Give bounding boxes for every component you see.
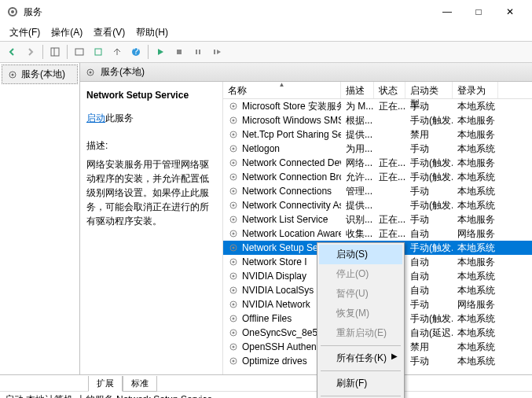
- cell-startup: 自动(延迟...: [405, 326, 453, 341]
- start-link[interactable]: 启动: [86, 112, 105, 123]
- svg-point-15: [90, 71, 92, 73]
- gear-icon: [228, 200, 239, 211]
- back-button[interactable]: [3, 43, 20, 61]
- ctx-refresh[interactable]: 刷新(F): [319, 374, 402, 393]
- cell-desc: 网络...: [341, 156, 374, 171]
- cell-name: Netlogon: [242, 143, 280, 154]
- svg-rect-8: [177, 50, 182, 54]
- description-text: 网络安装服务用于管理网络驱动程序的安装，并允许配置低级别网络设置。如果停止此服务…: [86, 157, 216, 228]
- cell-desc: 提供...: [341, 127, 374, 142]
- svg-point-27: [233, 176, 235, 179]
- refresh-button[interactable]: [90, 43, 107, 61]
- cell-status: 正在...: [374, 212, 405, 227]
- close-button[interactable]: ✕: [494, 0, 526, 24]
- maximize-button[interactable]: □: [463, 0, 494, 24]
- stop-service-button[interactable]: [171, 43, 188, 61]
- cell-logon: 本地系统: [453, 184, 498, 199]
- svg-rect-10: [199, 50, 200, 54]
- tab-standard[interactable]: 标准: [123, 376, 157, 392]
- menu-view[interactable]: 查看(V): [89, 24, 130, 41]
- svg-rect-4: [75, 49, 83, 55]
- forward-button[interactable]: [22, 43, 39, 61]
- table-row[interactable]: Microsoft Store 安装服务为 M...正在...手动本地系统: [223, 99, 532, 113]
- cell-name: Optimize drives: [242, 356, 307, 367]
- svg-point-53: [233, 360, 235, 363]
- svg-rect-2: [51, 48, 59, 56]
- cell-startup: 手动: [405, 184, 453, 199]
- col-name[interactable]: 名称▲: [223, 82, 341, 98]
- table-row[interactable]: Microsoft Windows SMS ...根据...手动(触发...本地…: [223, 113, 532, 127]
- cell-status: [374, 120, 405, 121]
- cell-desc: 提供...: [341, 198, 374, 213]
- cell-startup: 手动(触发...: [405, 170, 453, 185]
- svg-point-19: [233, 120, 235, 122]
- svg-point-33: [233, 219, 235, 221]
- tabs: 扩展 标准: [0, 374, 532, 391]
- table-row[interactable]: Network Location Aware...收集...正在...自动网络服…: [223, 227, 532, 241]
- cell-logon: 本地服务: [453, 212, 498, 227]
- start-service-button[interactable]: [152, 43, 169, 61]
- show-hide-button[interactable]: [46, 43, 64, 61]
- cell-logon: 本地服务: [453, 127, 498, 142]
- cell-desc: 识别...: [341, 212, 374, 227]
- titlebar: 服务 — □ ✕: [0, 0, 532, 24]
- menu-help[interactable]: 帮助(H): [131, 24, 173, 41]
- ctx-start[interactable]: 启动(S): [319, 245, 402, 264]
- restart-service-button[interactable]: [208, 43, 226, 61]
- gear-icon: [85, 67, 96, 78]
- menu-file[interactable]: 文件(F): [5, 24, 45, 41]
- export-button[interactable]: [108, 43, 126, 61]
- cell-name: Microsoft Store 安装服务: [242, 100, 341, 113]
- table-row[interactable]: Network Connected Devi...网络...正在...手动(触发…: [223, 156, 532, 170]
- tree-root-services[interactable]: 服务(本地): [2, 64, 78, 84]
- cell-desc: 根据...: [341, 113, 374, 128]
- svg-point-47: [233, 318, 235, 320]
- cell-logon: 本地系统: [453, 198, 498, 213]
- cell-name: OneSyncSvc_8e5: [242, 327, 317, 338]
- svg-point-13: [12, 73, 14, 76]
- gear-icon: [228, 129, 239, 140]
- table-row[interactable]: Network Connectivity Ass...提供...手动(触发...…: [223, 198, 532, 212]
- statusbar: 启动 本地计算机 上的服务 Network Setup Service: [0, 391, 532, 398]
- start-suffix: 此服务: [105, 112, 134, 123]
- col-logon[interactable]: 登录为: [453, 82, 498, 98]
- cell-startup: 禁用: [405, 340, 453, 355]
- cell-startup: 手动: [405, 212, 453, 227]
- cell-startup: 手动: [405, 142, 453, 157]
- table-row[interactable]: Netlogon为用...手动本地系统: [223, 142, 532, 156]
- cell-logon: 网络服务: [453, 297, 498, 312]
- tree-item-label: 服务(本地): [21, 68, 65, 81]
- cell-logon: 本地系统: [453, 311, 498, 326]
- context-menu: 启动(S) 停止(O) 暂停(U) 恢复(M) 重新启动(E) 所有任务(K)▶…: [317, 242, 405, 398]
- properties-button[interactable]: [71, 43, 88, 61]
- cell-logon: 本地系统: [453, 326, 498, 341]
- table-row[interactable]: Net.Tcp Port Sharing Ser...提供...禁用本地服务: [223, 127, 532, 142]
- gear-icon: [228, 256, 239, 267]
- cell-logon: 本地服务: [453, 255, 498, 270]
- table-row[interactable]: Network Connection Bro...允许...正在...手动(触发…: [223, 170, 532, 184]
- cell-logon: 网络服务: [453, 227, 498, 241]
- ctx-all-tasks[interactable]: 所有任务(K)▶: [319, 348, 402, 368]
- cell-name: NVIDIA Network: [242, 299, 310, 310]
- pause-service-button[interactable]: [189, 43, 207, 61]
- cell-startup: 禁用: [405, 127, 453, 142]
- svg-point-23: [233, 148, 235, 150]
- col-status[interactable]: 状态: [374, 82, 405, 98]
- help-button[interactable]: ?: [127, 43, 145, 61]
- detail-pane: Network Setup Service 启动此服务 描述: 网络安装服务用于…: [80, 82, 223, 374]
- table-row[interactable]: Network List Service识别...正在...手动本地服务: [223, 212, 532, 227]
- svg-rect-9: [196, 50, 197, 54]
- menubar: 文件(F) 操作(A) 查看(V) 帮助(H): [0, 24, 532, 41]
- menu-action[interactable]: 操作(A): [46, 24, 87, 41]
- cell-startup: 手动(触发...: [405, 311, 453, 326]
- cell-startup: 自动: [405, 255, 453, 270]
- col-desc[interactable]: 描述: [341, 82, 374, 98]
- table-row[interactable]: Network Connections管理...手动本地系统: [223, 184, 532, 198]
- cell-logon: 本地系统: [453, 241, 498, 256]
- tab-extended[interactable]: 扩展: [88, 376, 123, 392]
- minimize-button[interactable]: —: [431, 0, 463, 24]
- cell-desc: 为用...: [341, 142, 374, 157]
- toolbar: ?: [0, 41, 532, 63]
- gear-icon: [228, 171, 239, 182]
- col-startup[interactable]: 启动类型: [405, 82, 453, 98]
